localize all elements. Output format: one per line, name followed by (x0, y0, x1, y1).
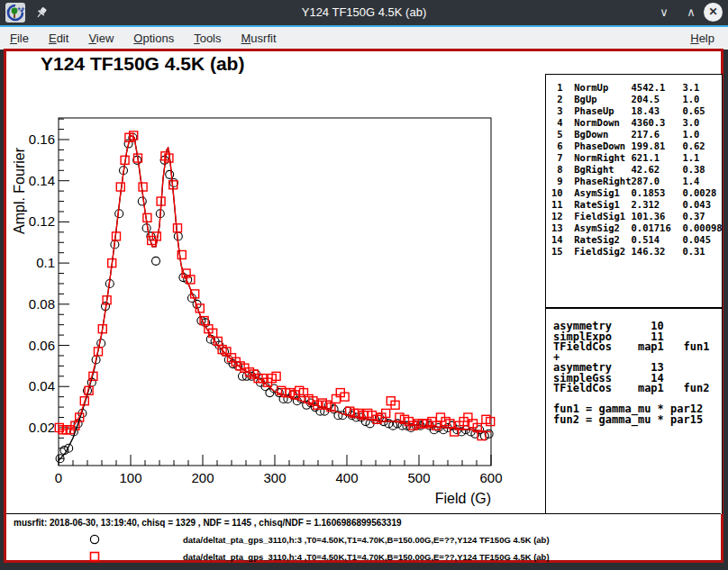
legend-row: data/deltat_pta_gps_3110,h:4 ,T0=4.50K,T… (6, 550, 721, 563)
svg-text:500: 500 (407, 470, 430, 485)
menu-tools[interactable]: Tools (184, 32, 231, 45)
root-canvas[interactable]: Y124 TF150G 4.5K (ab) 010020030040050060… (4, 49, 723, 563)
svg-text:600: 600 (479, 470, 502, 485)
maximize-button[interactable]: ∧ (682, 4, 700, 22)
data-point-circle (97, 339, 105, 348)
svg-text:0.04: 0.04 (29, 378, 55, 394)
fit-parameter-box: 1 NormUp 4542.1 3.1 2 BgUp 204.5 1.0 3 P… (545, 74, 723, 308)
theory-text: asymmetry 10 simplExpo 11 TFieldCos map1… (546, 309, 722, 425)
svg-text:200: 200 (191, 470, 214, 485)
legend-label: data/deltat_pta_gps_3110,h:3 ,T0=4.50K,T… (183, 535, 550, 545)
menu-file[interactable]: File (0, 32, 39, 45)
pad-divider (6, 513, 721, 514)
menu-view[interactable]: View (78, 32, 123, 45)
svg-text:300: 300 (263, 470, 286, 485)
fit-line (59, 135, 491, 431)
legend-label: data/deltat_pta_gps_3110,h:4 ,T0=4.50K,T… (183, 552, 550, 562)
data-point-circle (166, 170, 174, 178)
titlebar[interactable]: ++ Y124 TF150G 4.5K (ab) ∨ ∧ ✕ (0, 0, 728, 25)
svg-text:0.08: 0.08 (29, 296, 55, 312)
menu-musrfit[interactable]: Musrfit (232, 32, 287, 45)
legend-row: data/deltat_pta_gps_3110,h:3 ,T0=4.50K,T… (6, 533, 721, 546)
data-point-circle (152, 257, 160, 265)
data-point-square (139, 183, 147, 191)
circle-marker-icon (88, 533, 101, 546)
svg-text:0: 0 (55, 470, 62, 485)
svg-text:0.1: 0.1 (36, 255, 55, 270)
close-button[interactable]: ✕ (704, 3, 723, 22)
fit-line (59, 135, 491, 460)
menu-edit[interactable]: Edit (39, 32, 78, 45)
menu-bar: File Edit View Options Tools Musrfit Hel… (0, 27, 728, 50)
data-point-square (143, 213, 151, 222)
fit-statistics-line: musrfit: 2018-06-30, 13:19:40, chisq = 1… (14, 518, 402, 528)
app-window: ++ Y124 TF150G 4.5K (ab) ∨ ∧ ✕ File Edit… (0, 0, 728, 570)
fit-parameter-list: 1 NormUp 4542.1 3.1 2 BgUp 204.5 1.0 3 P… (546, 75, 722, 258)
svg-text:400: 400 (335, 470, 358, 485)
x-axis-title: Field (G) (435, 491, 491, 506)
theory-box: asymmetry 10 simplExpo 11 TFieldCos map1… (545, 308, 723, 514)
data-point-circle (142, 224, 150, 232)
svg-text:0.16: 0.16 (29, 131, 55, 147)
menu-help[interactable]: Help (680, 32, 724, 45)
data-point-circle (174, 232, 182, 240)
svg-text:100: 100 (119, 470, 141, 485)
data-point-square (174, 224, 182, 232)
data-point-circle (115, 210, 123, 218)
svg-text:0.06: 0.06 (29, 338, 55, 353)
menu-options[interactable]: Options (123, 32, 184, 45)
y-axis-title: Ampl. Fourier (12, 147, 27, 234)
svg-text:0.12: 0.12 (29, 213, 55, 229)
minimize-button[interactable]: ∨ (655, 4, 673, 22)
window-title: Y124 TF150G 4.5K (ab) (0, 0, 728, 25)
data-point-circle (138, 197, 146, 205)
square-marker-icon (88, 550, 101, 563)
svg-text:0.14: 0.14 (29, 173, 55, 188)
svg-text:0.02: 0.02 (29, 420, 55, 435)
